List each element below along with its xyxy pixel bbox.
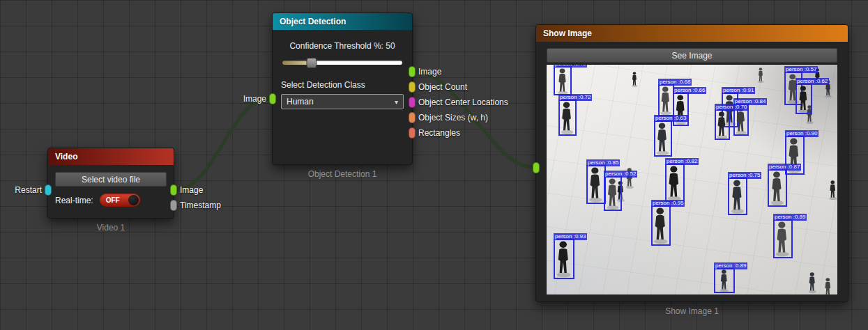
detection-label: person :0.91 [722, 87, 755, 94]
show-image-node-title: Show Image [543, 29, 592, 38]
image-port-out[interactable] [170, 184, 177, 196]
confidence-slider[interactable] [281, 58, 404, 68]
video-node[interactable]: Video Select video file Real-time: OFF V… [47, 148, 174, 219]
object-detection-node-header[interactable]: Object Detection [273, 13, 412, 30]
detection-label: person :0.46 [554, 65, 587, 68]
detection-box: person :0.95 [651, 205, 671, 246]
image-port-label: Image [243, 94, 266, 104]
detection-label: person :0.89 [714, 262, 747, 269]
person-figure [828, 180, 837, 200]
detection-label: person :0.95 [651, 200, 685, 207]
detection-box: person :0.87 [768, 169, 787, 207]
person-figure [631, 72, 638, 87]
confidence-slider-track[interactable] [282, 61, 402, 65]
detection-class-select[interactable]: Human ▾ [281, 94, 404, 109]
realtime-toggle-state: OFF [106, 196, 120, 204]
detection-label: person :0.57 [784, 66, 818, 73]
show-image-node-header[interactable]: Show Image [536, 25, 848, 42]
see-image-button[interactable]: See Image [547, 48, 837, 63]
object-count-port-label: Object Count [418, 82, 467, 93]
person-figure [823, 278, 832, 294]
confidence-threshold-text: Confidence Threshold %: [289, 41, 383, 51]
detection-label: person :0.85 [586, 159, 620, 166]
person-figure [757, 68, 764, 83]
rectangles-port-label: Rectangles [418, 128, 460, 139]
confidence-threshold-label: Confidence Threshold %: 50 [281, 41, 404, 51]
restart-port-in[interactable] [45, 184, 52, 196]
confidence-threshold-value: 50 [386, 41, 395, 51]
show-image-node[interactable]: Show Image See Image person :0.46person … [535, 24, 848, 302]
rectangles-port-out[interactable] [409, 127, 416, 139]
detection-label: person :0.66 [673, 87, 706, 94]
object-center-locations-port-out[interactable] [409, 97, 416, 108]
object-detection-node-title: Object Detection [280, 17, 346, 26]
video-node-header[interactable]: Video [48, 148, 174, 165]
detection-class-value: Human [287, 97, 314, 107]
detection-label: person :0.70 [715, 104, 748, 111]
detection-box: person :0.46 [554, 66, 572, 95]
detection-box: person :0.85 [586, 165, 606, 204]
show-image-node-caption: Show Image 1 [536, 306, 848, 316]
detection-label: person :0.93 [554, 233, 587, 240]
detection-label: person :0.89 [773, 214, 807, 221]
realtime-label: Real-time: [55, 196, 93, 205]
video-node-caption: Video 1 [48, 223, 174, 233]
detection-label: person :0.72 [558, 94, 592, 101]
detection-box: person :0.93 [554, 239, 574, 279]
confidence-slider-handle[interactable] [307, 58, 317, 68]
detection-box: person :0.89 [714, 268, 735, 293]
timestamp-port-label: Timestamp [180, 201, 221, 211]
image-port-in[interactable] [533, 162, 540, 173]
person-figure [807, 272, 817, 293]
object-detection-node[interactable]: Object Detection Confidence Threshold %:… [272, 13, 413, 165]
detection-box: person :0.89 [773, 219, 793, 258]
detection-box: person :0.62 [795, 84, 812, 114]
detection-label: person :0.62 [795, 78, 829, 85]
chevron-down-icon: ▾ [395, 98, 398, 106]
detection-box: person :0.75 [728, 178, 747, 215]
object-center-locations-port-label: Object Center Locations [418, 97, 508, 108]
object-sizes-w-h-port-out[interactable] [409, 112, 416, 123]
detection-box: person :0.70 [715, 109, 730, 140]
detection-preview-image: person :0.46person :0.72person :0.68pers… [547, 65, 837, 294]
detection-box: person :0.72 [558, 100, 577, 136]
detection-label: person :0.68 [658, 79, 692, 86]
detection-label: person :0.87 [768, 164, 801, 171]
detection-box: person :0.68 [658, 84, 674, 116]
object-sizes-w-h-port-label: Object Sizes (w, h) [418, 113, 488, 123]
detection-box: person :0.82 [665, 164, 685, 203]
detection-label: person :0.82 [665, 158, 699, 165]
detection-label: person :0.90 [785, 130, 818, 137]
detection-box: person :0.52 [604, 176, 622, 211]
detection-class-label: Select Detection Class [281, 80, 404, 90]
video-node-title: Video [55, 152, 77, 162]
image-port-out[interactable] [409, 66, 416, 77]
detection-box: person :0.63 [654, 120, 672, 157]
image-port-in[interactable] [269, 93, 276, 104]
object-count-port-out[interactable] [409, 81, 416, 93]
detection-label: person :0.52 [604, 171, 637, 178]
image-port-label: Image [180, 185, 203, 196]
detection-label: person :0.63 [654, 115, 687, 122]
realtime-toggle-knob[interactable] [128, 195, 139, 205]
object-detection-node-caption: Object Detection 1 [273, 169, 412, 179]
restart-port-label: Restart [15, 185, 42, 196]
timestamp-port-out[interactable] [170, 200, 177, 211]
detection-label: person :0.75 [728, 172, 761, 179]
image-port-label: Image [418, 67, 441, 77]
select-video-file-button[interactable]: Select video file [55, 172, 167, 187]
realtime-toggle[interactable]: OFF [100, 194, 140, 207]
wire-video-to-detection [176, 98, 269, 189]
